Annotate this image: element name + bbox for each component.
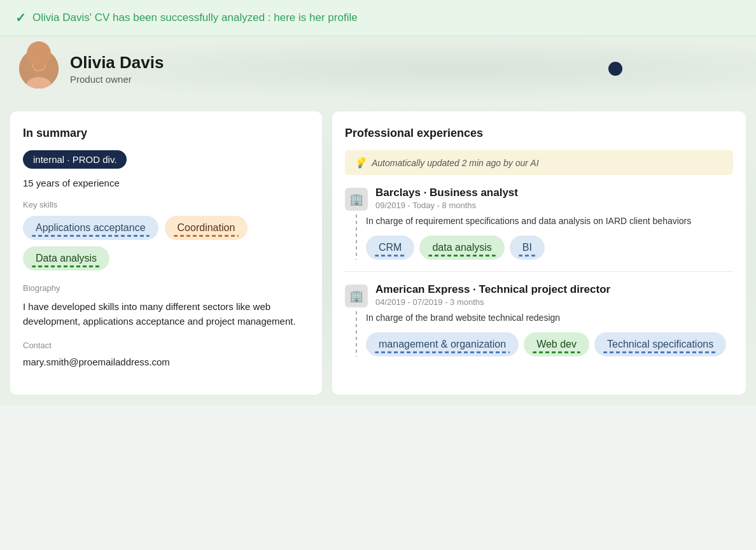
exp-info-1: Barclays · Business analyst 09/2019 - To… <box>375 187 518 210</box>
profile-title: Product owner <box>70 74 164 85</box>
internal-tag: internal · PROD div. <box>23 150 127 169</box>
skills-list: Applications acceptance Coordination Dat… <box>23 216 309 271</box>
skill-data-analysis: Data analysis <box>23 246 109 271</box>
bio-section: Biography I have developed skills into m… <box>23 283 309 329</box>
bio-label: Biography <box>23 283 309 293</box>
experience-years: 15 years of experience <box>23 178 309 188</box>
exp-header-2: 🏢 American Express · Technical project d… <box>345 283 733 307</box>
experiences-title: Professional experiences <box>345 127 733 140</box>
exp-timeline-2: In charge of the brand website technical… <box>345 311 733 356</box>
svg-point-3 <box>32 58 45 71</box>
check-icon: ✓ <box>15 10 26 25</box>
avatar <box>19 49 59 88</box>
exp-header-1: 🏢 Barclays · Business analyst 09/2019 - … <box>345 187 733 211</box>
tag-web-dev: Web dev <box>524 332 589 356</box>
skills-label: Key skills <box>23 200 309 209</box>
skill-applications-acceptance: Applications acceptance <box>23 216 158 240</box>
success-message: Olivia Davis' CV has been successfully a… <box>32 11 358 24</box>
contact-section: Contact mary.smith@proemailaddress.com <box>23 341 309 367</box>
company-role-2: American Express · Technical project dir… <box>375 283 610 296</box>
contact-email: mary.smith@proemailaddress.com <box>23 356 309 367</box>
summary-panel: In summary internal · PROD div. 15 years… <box>10 111 322 395</box>
exp-description-1: In charge of requirement specifications … <box>366 215 733 228</box>
company-icon-1: 🏢 <box>345 188 368 211</box>
company-icon-2: 🏢 <box>345 285 368 307</box>
bulb-icon: 💡 <box>354 157 367 169</box>
tag-data-analysis-exp1: data analysis <box>419 236 504 260</box>
contact-label: Contact <box>23 341 309 350</box>
exp-tags-2: management & organization Web dev Techni… <box>366 332 733 356</box>
profile-name-block: Olivia Davis Product owner <box>70 53 164 85</box>
exp-tags-1: CRM data analysis BI <box>366 236 733 260</box>
profile-name: Olivia Davis <box>70 53 164 73</box>
summary-title: In summary <box>23 127 309 140</box>
skill-coordination: Coordination <box>165 216 248 240</box>
ai-update-banner: 💡 Automatically updated 2 min ago by our… <box>345 150 733 175</box>
main-content: In summary internal · PROD div. 15 years… <box>0 101 756 405</box>
experiences-panel: Professional experiences 💡 Automatically… <box>332 111 746 395</box>
timeline-line-2 <box>356 311 357 356</box>
dates-1: 09/2019 - Today - 8 months <box>375 201 518 210</box>
profile-header: Olivia Davis Product owner <box>0 36 756 101</box>
experience-item-1: 🏢 Barclays · Business analyst 09/2019 - … <box>345 187 733 272</box>
company-role-1: Barclays · Business analyst <box>375 187 518 199</box>
exp-timeline-1: In charge of requirement specifications … <box>345 215 733 260</box>
exp-body-2: In charge of the brand website technical… <box>366 311 733 356</box>
tag-crm: CRM <box>366 236 414 260</box>
exp-body-1: In charge of requirement specifications … <box>366 215 733 260</box>
bio-text: I have developed skills into many differ… <box>23 299 309 329</box>
tag-technical-specs: Technical specifications <box>594 332 726 356</box>
exp-info-2: American Express · Technical project dir… <box>375 283 610 307</box>
tag-management-org: management & organization <box>366 332 519 356</box>
location-dot <box>608 62 622 76</box>
success-banner: ✓ Olivia Davis' CV has been successfully… <box>0 0 756 36</box>
tag-bi: BI <box>510 236 545 260</box>
timeline-line-1 <box>356 215 357 260</box>
dates-2: 04/2019 - 07/2019 - 3 months <box>375 297 610 307</box>
exp-description-2: In charge of the brand website technical… <box>366 311 733 325</box>
ai-update-text: Automatically updated 2 min ago by our A… <box>372 158 539 168</box>
experience-item-2: 🏢 American Express · Technical project d… <box>345 283 733 368</box>
